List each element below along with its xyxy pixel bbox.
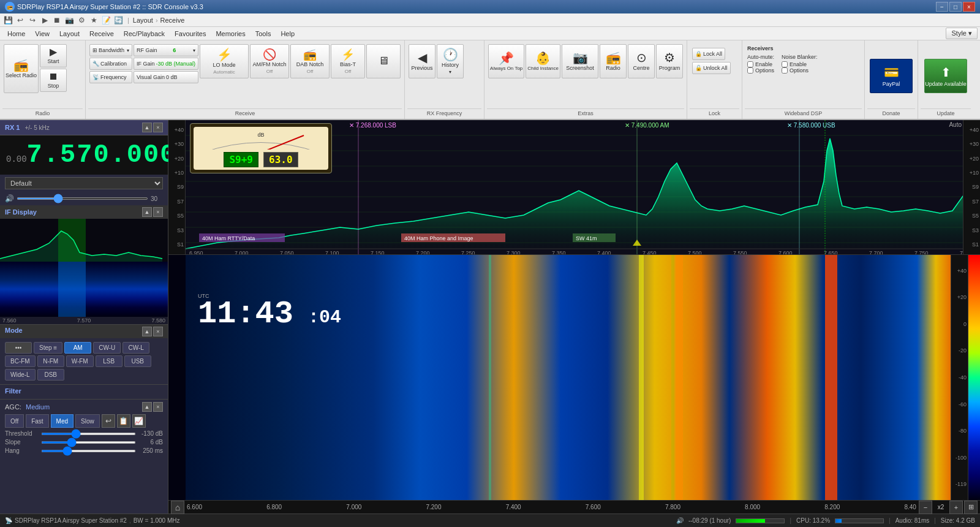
- mode-am-button[interactable]: AM: [64, 342, 91, 354]
- noise-blanker-options-checkbox[interactable]: [782, 67, 788, 74]
- bandwidth-button[interactable]: ⊞ Bandwidth ▾: [89, 44, 132, 56]
- update-section-label: Update: [921, 108, 971, 116]
- program-button[interactable]: ⚙ Program: [656, 44, 683, 78]
- mode-widel-button[interactable]: Wide-L: [5, 369, 36, 381]
- centre-button[interactable]: ⊙ Centre: [628, 44, 655, 78]
- rf-gain-button[interactable]: RF Gain 6 ▾: [134, 44, 198, 56]
- qa-redo[interactable]: ↪: [27, 15, 38, 26]
- mode-step-button[interactable]: Step ≡: [34, 342, 62, 354]
- mode-lsb-button[interactable]: LSB: [96, 355, 123, 367]
- agc-fast-button[interactable]: Fast: [26, 414, 48, 428]
- lo-mode-button[interactable]: ⚡ LO Mode Automatic: [200, 44, 249, 78]
- bias-t-button[interactable]: ⚡ Bias-T Off: [331, 44, 365, 78]
- mode-usb-button[interactable]: USB: [124, 355, 151, 367]
- mode-dsb-button[interactable]: DSB: [37, 369, 64, 381]
- lock-all-button[interactable]: 🔒 Lock All: [692, 48, 725, 60]
- menu-home[interactable]: Home: [2, 29, 30, 39]
- calibration-button[interactable]: 🔧 Calibration: [89, 58, 132, 70]
- close-button[interactable]: ×: [963, 2, 975, 12]
- agc-undo-button[interactable]: ↩: [102, 414, 115, 428]
- agc-chart-button[interactable]: 📈: [132, 414, 146, 428]
- qa-save[interactable]: 💾: [2, 15, 13, 26]
- mode-cwl-button[interactable]: CW-L: [123, 342, 149, 354]
- dab-notch-button[interactable]: 📻 DAB Notch Off: [290, 44, 330, 78]
- frequency-button[interactable]: 📡 Frequency: [89, 71, 132, 83]
- start-button[interactable]: ▶ Start: [40, 44, 67, 67]
- update-button[interactable]: ⬆ Update Available: [924, 59, 967, 93]
- qa-refresh[interactable]: 🔄: [113, 15, 124, 26]
- zoom-fit-button[interactable]: ⊞: [964, 501, 978, 514]
- mode-wfm-button[interactable]: W-FM: [66, 355, 94, 367]
- unlock-all-button[interactable]: 🔓 Unlock All: [692, 62, 731, 74]
- mode-select[interactable]: Default AM FM USB LSB CW: [5, 177, 163, 189]
- auto-mute-options-checkbox[interactable]: [747, 67, 753, 74]
- qa-play[interactable]: ▶: [39, 15, 50, 26]
- agc-hang-slider[interactable]: [41, 450, 136, 452]
- qa-undo[interactable]: ↩: [15, 15, 26, 26]
- paypal-label: PayPal: [883, 81, 900, 87]
- am-fm-notch-button[interactable]: 🚫 AM/FM Notch Off: [250, 44, 289, 78]
- noise-blanker-enable-check[interactable]: Enable: [782, 61, 818, 67]
- agc-close-button[interactable]: ×: [153, 402, 163, 412]
- menu-favourites[interactable]: Favourites: [170, 29, 211, 39]
- qa-screenshot[interactable]: 📷: [64, 15, 75, 26]
- minimize-button[interactable]: −: [936, 2, 948, 12]
- menu-rec-playback[interactable]: Rec/Playback: [119, 29, 170, 39]
- if-expand-button[interactable]: ▲: [142, 207, 152, 217]
- mode-nfm-button[interactable]: N-FM: [37, 355, 64, 367]
- noise-blanker-options-check[interactable]: Options: [782, 67, 818, 74]
- zoom-in-button[interactable]: +: [949, 501, 963, 514]
- spectrum-area[interactable]: +40 +30 +20 +10 S9 S7 S5 S3 S1 S 1 3: [168, 120, 980, 255]
- mode-expand-button[interactable]: ▲: [142, 327, 152, 336]
- volume-slider[interactable]: [17, 197, 148, 200]
- agc-slope-slider[interactable]: [41, 441, 136, 444]
- mode-bcfm-button[interactable]: BC-FM: [5, 355, 36, 367]
- status-audio: Audio: 81ms: [895, 517, 930, 524]
- auto-mute-enable-check[interactable]: Enable: [747, 61, 774, 67]
- wf-home-button[interactable]: ⌂: [171, 501, 184, 514]
- noise-blanker-checkbox[interactable]: [782, 61, 788, 67]
- unlock-all-label: Unlock All: [703, 65, 728, 71]
- if-gain-button[interactable]: IF Gain -30 dB (Manual): [134, 58, 198, 70]
- menu-memories[interactable]: Memories: [211, 29, 250, 39]
- qa-settings[interactable]: ⚙: [76, 15, 87, 26]
- mode-cwu-button[interactable]: CW-U: [93, 342, 121, 354]
- previous-button[interactable]: ◀ Previous: [409, 44, 435, 78]
- visual-gain-button[interactable]: Visual Gain 0 dB: [134, 71, 198, 83]
- maximize-button[interactable]: □: [949, 2, 962, 12]
- server-options-button[interactable]: 🖥: [366, 44, 401, 78]
- zoom-out-button[interactable]: −: [919, 501, 932, 514]
- qa-memo[interactable]: 📝: [100, 15, 111, 26]
- menu-receive[interactable]: Receive: [85, 29, 119, 39]
- if-close-button[interactable]: ×: [153, 207, 163, 217]
- rx-expand-button[interactable]: ▲: [142, 123, 152, 132]
- history-button[interactable]: 🕐 History ▾: [437, 44, 464, 78]
- stop-button[interactable]: ⏹ Stop: [40, 69, 67, 92]
- agc-med-button[interactable]: Med: [51, 414, 74, 428]
- db-scale-plus10: +10: [175, 170, 184, 176]
- rx-close-button[interactable]: ×: [153, 123, 163, 132]
- select-radio-button[interactable]: 📻 Select Radio: [4, 44, 39, 93]
- mode-close-button[interactable]: ×: [153, 327, 163, 336]
- radio-extras-button[interactable]: 📻 Radio: [600, 44, 627, 78]
- child-instance-button[interactable]: 👶 Child Instance: [526, 44, 560, 78]
- qa-stop[interactable]: ⏹: [51, 15, 62, 26]
- qa-star[interactable]: ★: [88, 15, 99, 26]
- menu-tools[interactable]: Tools: [251, 29, 276, 39]
- always-on-top-button[interactable]: 📌 Always On Top: [488, 44, 524, 78]
- menu-view[interactable]: View: [30, 29, 55, 39]
- auto-mute-checkbox[interactable]: [747, 61, 753, 67]
- agc-threshold-slider[interactable]: [41, 433, 136, 435]
- paypal-button[interactable]: 💳 PayPal: [870, 59, 913, 93]
- agc-copy-button[interactable]: 📋: [117, 414, 130, 428]
- style-button[interactable]: Style ▾: [946, 28, 978, 39]
- agc-off-button[interactable]: Off: [5, 414, 24, 428]
- auto-mute-options-check[interactable]: Options: [747, 67, 774, 74]
- screenshot-button[interactable]: 📷 Screenshot: [562, 44, 598, 78]
- menu-help[interactable]: Help: [276, 29, 300, 39]
- menu-layout[interactable]: Layout: [55, 29, 85, 39]
- agc-expand-button[interactable]: ▲: [142, 402, 152, 412]
- agc-slow-button[interactable]: Slow: [75, 414, 100, 428]
- waterfall-area[interactable]: UTC 11:43 :04 +40 +20 0 -20 -40 -60 -80: [168, 255, 980, 500]
- mode-dots-button[interactable]: •••: [5, 342, 32, 354]
